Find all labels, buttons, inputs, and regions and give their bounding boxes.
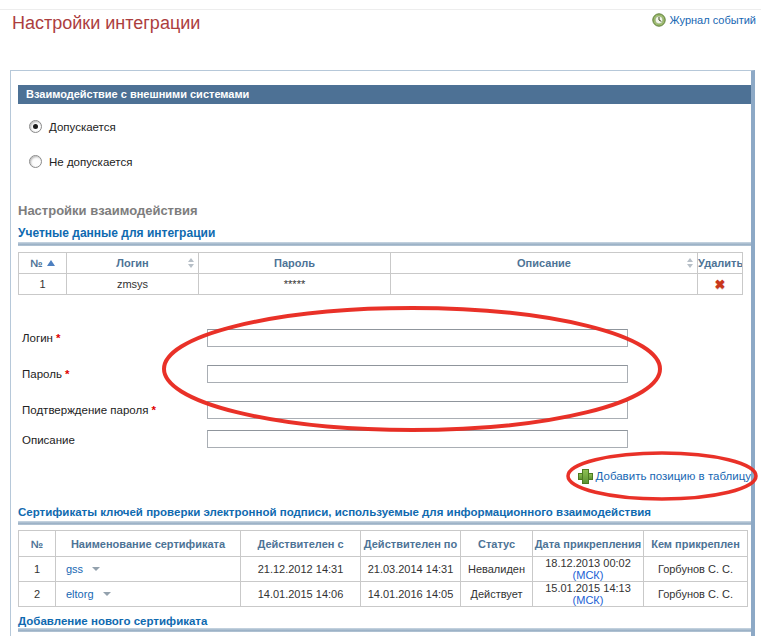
certificate-row: 2 eltorg 14.01.2015 14:06 14.01.2016 14:… bbox=[19, 582, 748, 607]
required-asterisk: * bbox=[65, 368, 69, 380]
sort-icon[interactable] bbox=[188, 258, 194, 268]
attach-date: 18.12.2013 00:02 bbox=[533, 557, 643, 569]
col-header-login[interactable]: Логин bbox=[67, 253, 199, 274]
col-header-password: Пароль bbox=[199, 253, 391, 274]
section-divider bbox=[18, 521, 751, 525]
attach-date-cell: 18.12.2013 00:02 (МСК) bbox=[533, 557, 644, 582]
valid-from-cell: 21.12.2012 14:31 bbox=[241, 557, 361, 582]
delete-row-icon[interactable]: ✖ bbox=[715, 277, 726, 292]
plus-icon bbox=[578, 469, 591, 482]
description-input[interactable] bbox=[207, 430, 628, 448]
chevron-down-icon[interactable] bbox=[92, 567, 100, 571]
description-field-label: Описание bbox=[22, 434, 75, 446]
radio-button-unchecked[interactable] bbox=[29, 155, 42, 168]
login-cell: zmsys bbox=[67, 274, 199, 295]
num-cell: 1 bbox=[19, 557, 56, 582]
status-cell: Действует bbox=[461, 582, 533, 607]
col-header-num[interactable]: № bbox=[19, 253, 67, 274]
add-row-label: Добавить позицию в таблицу bbox=[596, 470, 751, 482]
valid-to-cell: 21.03.2014 14:31 bbox=[361, 557, 461, 582]
delete-cell: ✖ bbox=[698, 274, 743, 295]
external-systems-header-bar: Взаимодействие с внешними системами bbox=[18, 85, 751, 104]
attach-date: 15.01.2015 14:13 bbox=[533, 582, 643, 594]
col-header-attached-by: Кем прикреплен bbox=[644, 531, 748, 557]
col-header-attach-date: Дата прикрепления bbox=[533, 531, 644, 557]
col-header-num: № bbox=[19, 531, 56, 557]
add-certificate-section-title: Добавление нового сертификата bbox=[18, 615, 207, 627]
interaction-settings-title: Настройки взаимодействия bbox=[18, 203, 198, 218]
chevron-down-icon[interactable] bbox=[103, 592, 111, 596]
msk-timezone-link[interactable]: (МСК) bbox=[573, 569, 604, 581]
header-divider bbox=[0, 9, 761, 10]
section-divider bbox=[18, 242, 751, 246]
credentials-table: № Логин Пароль Описание Удалить 1 zmsys … bbox=[18, 252, 743, 295]
required-asterisk: * bbox=[56, 332, 60, 344]
cert-name-cell: gss bbox=[56, 557, 241, 582]
credentials-table-row: 1 zmsys ***** ✖ bbox=[19, 274, 743, 295]
certificates-table: № Наименование сертификата Действителен … bbox=[18, 530, 748, 607]
radio-button-checked[interactable] bbox=[29, 120, 42, 133]
event-log-link[interactable]: Журнал событий bbox=[652, 13, 756, 27]
sort-icon[interactable] bbox=[687, 258, 693, 268]
attached-by-cell: Горбунов С. С. bbox=[644, 557, 748, 582]
valid-from-cell: 14.01.2015 14:06 bbox=[241, 582, 361, 607]
attach-date-cell: 15.01.2015 14:13 (МСК) bbox=[533, 582, 644, 607]
event-log-label: Журнал событий bbox=[670, 14, 756, 26]
password-cell: ***** bbox=[199, 274, 391, 295]
login-input[interactable] bbox=[207, 329, 628, 347]
valid-to-cell: 14.01.2016 14:05 bbox=[361, 582, 461, 607]
add-row-link[interactable]: Добавить позицию в таблицу bbox=[578, 469, 751, 482]
radio-option-allowed[interactable]: Допускается bbox=[29, 119, 116, 134]
col-header-valid-from: Действителен с bbox=[241, 531, 361, 557]
sort-asc-icon bbox=[47, 260, 55, 266]
required-asterisk: * bbox=[151, 404, 155, 416]
status-cell: Невалиден bbox=[461, 557, 533, 582]
radio-label: Не допускается bbox=[49, 156, 132, 168]
description-cell bbox=[391, 274, 698, 295]
password-confirm-input[interactable] bbox=[207, 401, 628, 419]
cert-name-cell: eltorg bbox=[56, 582, 241, 607]
col-header-status: Статус bbox=[461, 531, 533, 557]
num-cell: 1 bbox=[19, 274, 67, 295]
certificates-section-title: Сертификаты ключей проверки электронной … bbox=[18, 506, 748, 518]
certificate-row: 1 gss 21.12.2012 14:31 21.03.2014 14:31 … bbox=[19, 557, 748, 582]
clock-icon bbox=[652, 13, 666, 27]
cert-name-link[interactable]: eltorg bbox=[66, 588, 94, 600]
password-field-label: Пароль* bbox=[22, 368, 69, 380]
num-cell: 2 bbox=[19, 582, 56, 607]
login-field-label: Логин* bbox=[22, 332, 60, 344]
section-divider bbox=[18, 628, 751, 632]
col-header-description[interactable]: Описание bbox=[391, 253, 698, 274]
radio-option-not-allowed[interactable]: Не допускается bbox=[29, 154, 132, 169]
msk-timezone-link[interactable]: (МСК) bbox=[573, 594, 604, 606]
col-header-valid-to: Действителен по bbox=[361, 531, 461, 557]
certificates-table-header-row: № Наименование сертификата Действителен … bbox=[19, 531, 748, 557]
password-confirm-field-label: Подтверждение пароля* bbox=[22, 404, 156, 416]
radio-label: Допускается bbox=[49, 121, 116, 133]
page-title: Настройки интеграции bbox=[12, 13, 200, 34]
credentials-table-header-row: № Логин Пароль Описание Удалить bbox=[19, 253, 743, 274]
col-header-delete: Удалить bbox=[698, 253, 743, 274]
cert-name-link[interactable]: gss bbox=[66, 563, 83, 575]
credentials-section-title: Учетные данные для интеграции bbox=[18, 226, 215, 240]
col-header-cert-name: Наименование сертификата bbox=[56, 531, 241, 557]
password-input[interactable] bbox=[207, 365, 628, 383]
attached-by-cell: Горбунов С. С. bbox=[644, 582, 748, 607]
